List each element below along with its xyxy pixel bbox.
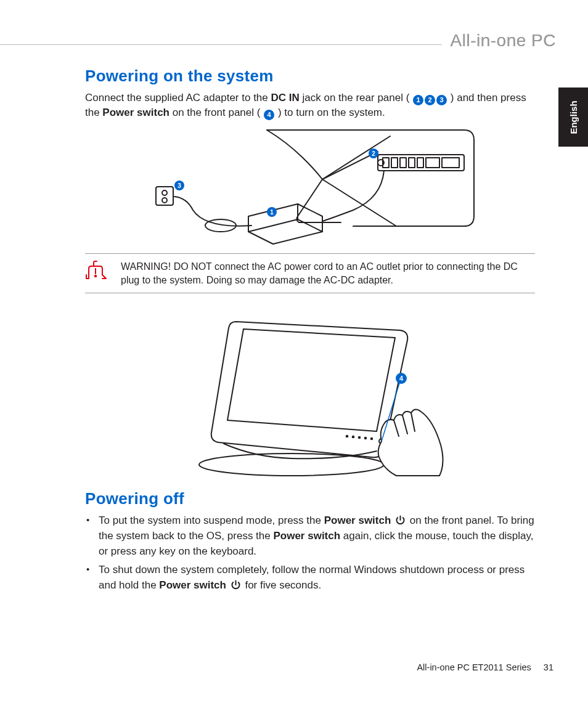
svg-rect-6	[426, 158, 439, 168]
callout-2: 2	[425, 95, 435, 105]
svg-rect-3	[400, 158, 406, 168]
svg-rect-2	[391, 158, 398, 168]
warning-icon	[85, 260, 108, 283]
bullet-1: To put the system into suspend mode, pre…	[99, 513, 535, 559]
fig1-callout-1: 1	[270, 209, 274, 216]
svg-point-20	[353, 436, 354, 438]
text: on the front panel (	[169, 107, 263, 118]
svg-point-21	[359, 437, 361, 439]
figure-rear-panel: 1 2 3	[85, 124, 535, 247]
power-icon	[395, 515, 406, 526]
page-number: 31	[544, 662, 553, 672]
warning-text: WARNING! DO NOT connect the AC power cor…	[121, 260, 535, 287]
svg-point-11	[162, 190, 167, 195]
bullet-2: To shut down the system completely, foll…	[99, 563, 535, 593]
heading-powering-off: Powering off	[85, 489, 535, 508]
brand-title: All-in-one PC	[442, 31, 556, 51]
language-label: English	[568, 100, 579, 134]
callout-4: 4	[264, 110, 274, 120]
section-powering-off: Powering off To put the system into susp…	[85, 489, 535, 593]
bullet-list: To put the system into suspend mode, pre…	[85, 513, 535, 593]
text: for five seconds.	[245, 579, 321, 591]
svg-point-12	[162, 198, 167, 203]
callout-3: 3	[436, 95, 447, 105]
svg-rect-7	[442, 158, 459, 168]
text: ) to turn on the system.	[275, 107, 385, 118]
bold-dc-in: DC IN	[271, 92, 299, 104]
callout-1: 1	[413, 95, 423, 105]
page-footer: All-in-one PC ET2011 Series 31	[417, 662, 553, 672]
warning-block: WARNING! DO NOT connect the AC power cor…	[85, 253, 535, 293]
svg-point-19	[346, 436, 348, 437]
page-content: Powering on the system Connect the suppl…	[85, 67, 535, 597]
svg-rect-4	[409, 158, 415, 168]
language-tab: English	[558, 87, 588, 147]
fig1-callout-3: 3	[178, 182, 181, 189]
svg-point-17	[95, 275, 96, 277]
bold-power-switch: Power switch	[324, 515, 391, 526]
power-icon	[231, 580, 241, 590]
svg-point-18	[199, 454, 384, 476]
svg-rect-5	[417, 158, 423, 168]
svg-point-23	[371, 438, 373, 440]
figure-front-panel: 4	[85, 297, 535, 482]
footer-series: All-in-one PC ET2011 Series	[417, 662, 531, 672]
text: Connect the supplied AC adapter to the	[85, 92, 271, 104]
fig1-callout-2: 2	[372, 150, 375, 157]
heading-powering-on: Powering on the system	[85, 67, 535, 86]
fig2-callout-4: 4	[399, 375, 404, 382]
text: To put the system into suspend mode, pre…	[99, 515, 324, 526]
text: jack on the rear panel (	[300, 92, 412, 104]
svg-point-22	[365, 437, 367, 439]
bold-power-switch: Power switch	[102, 107, 169, 118]
bold-power-switch: Power switch	[159, 579, 226, 591]
bold-power-switch: Power switch	[273, 530, 340, 542]
para-powering-on: Connect the supplied AC adapter to the D…	[85, 91, 535, 120]
